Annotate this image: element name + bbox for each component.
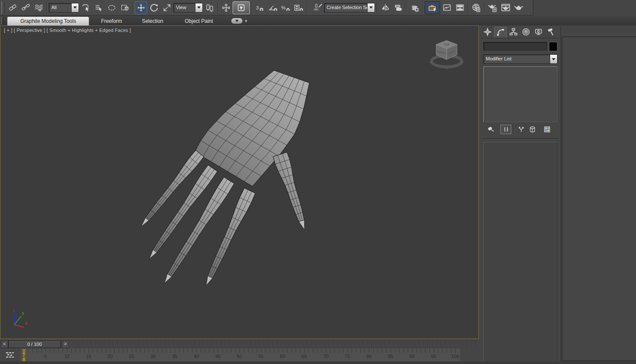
ribbon-minimize-button[interactable] (231, 18, 242, 24)
select-and-move-button[interactable] (135, 1, 147, 14)
ruler-frame-label: 60 (280, 354, 285, 359)
select-and-link-button[interactable] (6, 1, 19, 14)
dropdown-arrow-icon[interactable] (71, 3, 79, 12)
open-mini-curve-editor-button[interactable] (4, 350, 16, 360)
display-icon (534, 28, 543, 36)
angle-snap-toggle-button[interactable] (267, 1, 279, 14)
rendered-frame-window-button[interactable] (499, 1, 512, 14)
ruler-tick (287, 348, 287, 353)
select-by-name-button[interactable] (92, 1, 105, 14)
select-and-scale-button[interactable] (161, 1, 173, 14)
ruler-tick (429, 348, 430, 353)
percent-snap-toggle-button[interactable]: % (280, 1, 292, 14)
mirror-button[interactable] (379, 1, 391, 14)
tab-hierarchy[interactable] (507, 27, 519, 37)
show-end-result-icon (502, 126, 510, 133)
ruler-tick (145, 348, 145, 353)
spinner-snap-toggle-button[interactable] (293, 1, 305, 14)
ribbon-options-caret[interactable]: ▼ (244, 19, 248, 23)
time-slider-thumb[interactable]: 0 / 100 (8, 340, 61, 348)
show-end-result-toggle[interactable] (501, 125, 511, 134)
magnet-icon (273, 6, 278, 12)
select-and-manipulate-button[interactable] (220, 1, 232, 14)
ruler-tick (244, 348, 244, 353)
command-panel-divider (482, 138, 558, 139)
remove-modifier-button[interactable] (527, 125, 537, 134)
ruler-tick (451, 348, 451, 353)
previous-frame-button[interactable]: < (1, 340, 8, 348)
select-and-rotate-button[interactable] (148, 1, 160, 14)
ribbon-grip[interactable] (1, 17, 4, 25)
dropdown-arrow-icon[interactable] (550, 55, 557, 63)
circle-region-icon (107, 3, 116, 12)
track-bar-ruler[interactable]: 0510152025303540455055606570758085909510… (21, 348, 460, 362)
tab-object-paint[interactable]: Object Paint (179, 17, 219, 25)
ruler-tick (140, 348, 141, 353)
tab-graphite-modeling-tools[interactable]: Graphite Modeling Tools (7, 17, 89, 25)
window-crossing-button[interactable] (118, 1, 131, 14)
edit-named-selection-sets-button[interactable]: {} ABC (309, 1, 324, 14)
configure-modifier-sets-button[interactable] (542, 125, 552, 134)
select-object-button[interactable] (79, 1, 92, 14)
axis-z-label: z (13, 308, 16, 313)
viewport-label[interactable]: [ + ] [ Perspective ] [ Smooth + Highlig… (4, 28, 131, 33)
dropdown-arrow-icon[interactable] (195, 3, 202, 12)
keyboard-shortcut-override-toggle[interactable] (233, 1, 250, 14)
tab-selection[interactable]: Selection (136, 17, 169, 25)
object-color-swatch[interactable] (549, 42, 557, 51)
perspective-viewport[interactable]: [ + ] [ Perspective ] [ Smooth + Highlig… (0, 25, 479, 339)
dropdown-arrow-icon[interactable] (367, 3, 375, 12)
ruler-tick (399, 348, 400, 353)
render-setup-button[interactable] (486, 1, 499, 14)
schematic-view-button[interactable] (453, 1, 466, 14)
bind-to-space-warp-button[interactable] (32, 1, 45, 14)
ruler-tick (321, 348, 322, 353)
use-pivot-point-center-button[interactable] (203, 1, 216, 14)
toolbar-grip[interactable] (1, 2, 5, 14)
command-panel-tabs (480, 25, 560, 38)
tab-freeform[interactable]: Freeform (95, 17, 128, 25)
selection-region-button[interactable] (105, 1, 118, 14)
named-selection-sets-dropdown[interactable]: Create Selection Se (324, 3, 375, 13)
ruler-tick (45, 348, 46, 353)
hand-mesh-model[interactable] (0, 26, 479, 339)
curve-editor-button[interactable] (441, 1, 453, 14)
render-production-button[interactable] (512, 1, 525, 14)
ruler-tick (390, 348, 391, 353)
selection-filter-dropdown[interactable]: All (49, 3, 79, 13)
rotate-icon (149, 3, 159, 13)
align-button[interactable] (392, 1, 404, 14)
viewcube-top-label[interactable]: TOP (444, 43, 450, 46)
object-name-field[interactable] (483, 42, 547, 50)
right-dock-panel[interactable] (562, 37, 636, 361)
ruler-tick (360, 348, 361, 353)
tab-display[interactable] (532, 27, 544, 37)
ruler-tick (71, 348, 72, 353)
panel-divider-line (560, 25, 561, 364)
ruler-tick (136, 348, 136, 353)
ruler-tick (257, 348, 257, 353)
reference-coordinate-system-dropdown[interactable]: View (173, 3, 203, 13)
ruler-tick (386, 348, 387, 353)
time-slider-track[interactable] (70, 340, 478, 348)
selection-filter-value: All (49, 3, 71, 12)
ruler-tick (382, 348, 382, 353)
snaps-toggle-3d-button[interactable]: 3 (254, 1, 266, 14)
viewcube[interactable]: TOP FRONT LEFT (427, 37, 466, 73)
tab-modify[interactable] (494, 27, 507, 38)
modifier-stack-list[interactable] (483, 66, 557, 122)
graphite-ribbon-toggle[interactable] (425, 1, 440, 14)
time-slider-bar: < 0 / 100 > (0, 340, 479, 348)
material-editor-button[interactable] (470, 1, 482, 14)
next-frame-button[interactable]: > (62, 340, 69, 348)
rollout-area[interactable] (483, 142, 557, 364)
manage-layers-button[interactable] (408, 1, 421, 14)
tab-utilities[interactable] (545, 27, 557, 37)
unlink-selection-button[interactable] (19, 1, 32, 14)
modifier-list-dropdown[interactable]: Modifier List (483, 54, 557, 64)
tab-create[interactable] (482, 27, 493, 37)
ruler-tick (330, 348, 331, 353)
pin-stack-button[interactable] (486, 125, 496, 134)
tab-motion[interactable] (520, 27, 532, 37)
make-unique-button[interactable] (516, 125, 526, 134)
